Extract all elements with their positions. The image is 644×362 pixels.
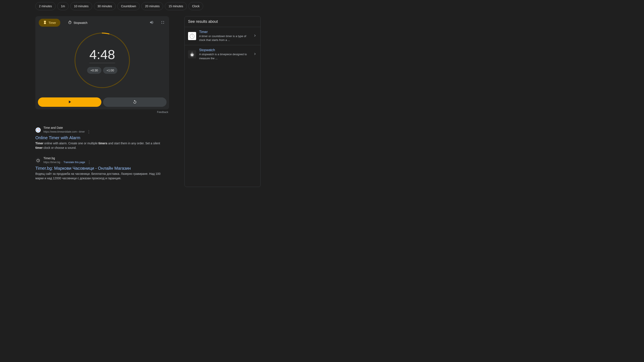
kp-link-title: Stopwatch bbox=[199, 48, 250, 52]
mute-button[interactable] bbox=[148, 19, 156, 27]
kp-desc: A stopwatch is a timepiece designed to m… bbox=[199, 52, 250, 60]
chip-15-minutes[interactable]: 15 minutes bbox=[165, 2, 186, 10]
result-more-icon[interactable]: ⋮ bbox=[87, 129, 91, 134]
reset-button[interactable] bbox=[103, 97, 166, 107]
kp-item-timer[interactable]: Timer A timer or countdown timer is a ty… bbox=[185, 27, 260, 45]
tab-stopwatch[interactable]: Stopwatch bbox=[64, 19, 92, 27]
translate-link[interactable]: Translate this page bbox=[64, 161, 85, 164]
chip-10-minutes[interactable]: 10 minutes bbox=[70, 2, 92, 10]
search-result: Time and Date https://www.timeanddate.co… bbox=[35, 126, 168, 150]
chip-20-minutes[interactable]: 20 minutes bbox=[142, 2, 163, 10]
timer-time-display[interactable]: 4:48 bbox=[90, 47, 115, 63]
tab-timer[interactable]: Timer bbox=[39, 19, 60, 27]
chip-30-minutes[interactable]: 30 minutes bbox=[94, 2, 116, 10]
favicon-timerbg bbox=[35, 158, 41, 163]
add-30-seconds-button[interactable]: +0:30 bbox=[87, 67, 101, 74]
play-button[interactable] bbox=[38, 97, 101, 107]
timer-widget: Timer Stopwatch bbox=[35, 16, 169, 109]
hourglass-icon bbox=[43, 21, 47, 25]
result-snippet: Водещ сайт за продажба на часовници. Без… bbox=[35, 172, 168, 180]
knowledge-panel-title: See results about bbox=[185, 17, 260, 27]
result-more-icon[interactable]: ⋮ bbox=[87, 160, 91, 164]
timer-progress-ring: 4:48 +0:30 +1:00 bbox=[74, 32, 131, 89]
favicon-timeanddate bbox=[35, 127, 41, 133]
related-chips-row: 2 minutes 1m 10 minutes 30 minutes Count… bbox=[35, 2, 644, 10]
svg-rect-5 bbox=[192, 34, 193, 34]
clock-icon bbox=[68, 21, 72, 25]
timer-image-icon bbox=[188, 32, 196, 40]
reset-icon bbox=[133, 100, 137, 105]
tab-timer-label: Timer bbox=[48, 21, 56, 25]
source-name: Time and Date bbox=[44, 126, 91, 129]
chip-1m[interactable]: 1m bbox=[57, 2, 68, 10]
source-url: https://timer.bg bbox=[44, 161, 60, 164]
chip-clock[interactable]: Clock bbox=[188, 2, 203, 10]
stopwatch-image-icon bbox=[188, 50, 196, 58]
fullscreen-icon bbox=[160, 20, 165, 25]
search-result: Timer.bg https://timer.bg · Translate th… bbox=[35, 156, 168, 180]
kp-link-title: Timer bbox=[199, 30, 250, 34]
tab-stopwatch-label: Stopwatch bbox=[74, 21, 87, 25]
volume-icon bbox=[150, 20, 154, 25]
chip-countdown[interactable]: Countdown bbox=[117, 2, 140, 10]
fullscreen-button[interactable] bbox=[159, 19, 166, 27]
result-title-link[interactable]: Timer.bg: Маркови Часовници - Онлайн Маг… bbox=[35, 166, 168, 171]
kp-item-stopwatch[interactable]: Stopwatch A stopwatch is a timepiece des… bbox=[185, 45, 260, 63]
svg-rect-8 bbox=[192, 52, 193, 53]
source-name: Timer.bg bbox=[44, 156, 91, 160]
result-snippet: Timer online with alarm. Create one or m… bbox=[35, 141, 168, 150]
feedback-link[interactable]: Feedback bbox=[157, 111, 168, 114]
kp-desc: A timer or countdown timer is a type of … bbox=[199, 34, 250, 42]
add-1-minute-button[interactable]: +1:00 bbox=[103, 67, 117, 74]
chevron-right-icon bbox=[253, 34, 257, 39]
chip-2-minutes[interactable]: 2 minutes bbox=[35, 2, 56, 10]
knowledge-panel: See results about Timer A timer or count… bbox=[184, 16, 261, 187]
result-title-link[interactable]: Online Timer with Alarm bbox=[35, 135, 168, 140]
source-url: https://www.timeanddate.com › timer bbox=[44, 130, 85, 133]
play-icon bbox=[67, 100, 72, 105]
chevron-right-icon bbox=[253, 52, 257, 57]
